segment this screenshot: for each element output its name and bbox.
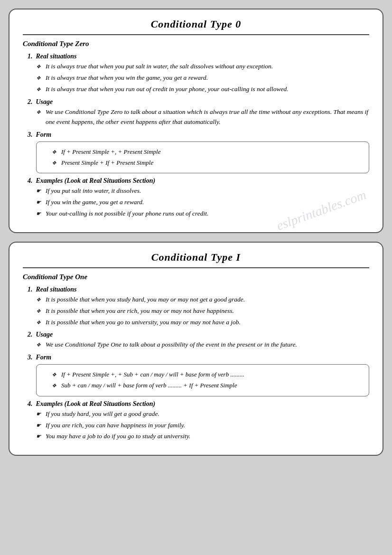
arrow-item: Your out-calling is not possible if your… [36,209,369,219]
form-item: Sub + can / may / will + base form of ve… [52,381,362,390]
arrow-list-0: If you put salt into water, it dissolves… [28,186,369,219]
card-type-0: Conditional Type 0 Conditional Type Zero… [9,9,383,233]
form-box-0: If + Present Simple +, + Present Simple … [36,141,369,173]
arrow-item: If you put salt into water, it dissolves… [36,186,369,196]
list-item-1-1: 1. Real situations It is possible that w… [28,285,369,328]
card-type-1: Conditional Type I Conditional Type One … [9,242,383,456]
num-label-1-3: 3. Form [28,354,51,361]
list-item-0-1: 1. Real situations It is always true tha… [28,52,369,94]
card-0-list: 1. Real situations It is always true tha… [23,52,369,219]
card-1-section-title: Conditional Type One [23,273,369,281]
form-item: If + Present Simple +, + Sub + can / may… [52,370,362,379]
list-item-0-4: 4. Examples (Look at Real Situations Sec… [28,176,369,219]
num-label-1-1: 1. Real situations [28,286,76,293]
form-item: If + Present Simple +, + Present Simple [52,147,362,157]
bullet-item: It is always true that when you win the … [36,73,369,83]
list-item-0-3: 3. Form If + Present Simple +, + Present… [28,130,369,173]
bullet-list-1-2: We use Conditional Type One to talk abou… [28,340,369,350]
bullet-item: We use Conditional Type Zero to talk abo… [36,107,369,127]
card-1-title: Conditional Type I [23,251,369,268]
bullet-list-0-1: It is always true that when you put salt… [28,62,369,94]
num-label-0-1: 1. Real situations [28,53,76,60]
list-item-0-2: 2. Usage We use Conditional Type Zero to… [28,97,369,127]
bullet-item: It is possible that when you study hard,… [36,295,369,305]
num-label-1-4: 4. Examples (Look at Real Situations Sec… [28,400,155,407]
list-item-1-2: 2. Usage We use Conditional Type One to … [28,330,369,350]
list-item-1-3: 3. Form If + Present Simple +, + Sub + c… [28,353,369,396]
bullet-item: It is possible that when you are rich, y… [36,306,369,316]
card-0-title: Conditional Type 0 [23,18,369,35]
bullet-list-1-1: It is possible that when you study hard,… [28,295,369,328]
arrow-item: If you are rich, you can have happiness … [36,421,369,431]
arrow-item: If you win the game, you get a reward. [36,198,369,207]
form-box-1: If + Present Simple +, + Sub + can / may… [36,364,369,396]
form-list-0: If + Present Simple +, + Present Simple … [43,147,362,168]
bullet-item: It is always true that when you run out … [36,85,369,94]
card-1-list: 1. Real situations It is possible that w… [23,285,369,442]
form-item: Present Simple + If + Present Simple [52,158,362,168]
arrow-list-1: If you study hard, you will get a good g… [28,409,369,442]
bullet-list-0-2: We use Conditional Type Zero to talk abo… [28,107,369,127]
bullet-item: We use Conditional Type One to talk abou… [36,340,369,350]
num-label-0-2: 2. Usage [28,98,53,105]
num-label-0-3: 3. Form [28,131,51,138]
arrow-item: If you study hard, you will get a good g… [36,409,369,419]
form-list-1: If + Present Simple +, + Sub + can / may… [43,370,362,390]
num-label-1-2: 2. Usage [28,331,53,338]
bullet-item: It is always true that when you put salt… [36,62,369,72]
bullet-item: It is possible that when you go to unive… [36,318,369,328]
card-0-section-title: Conditional Type Zero [23,40,369,48]
num-label-0-4: 4. Examples (Look at Real Situations Sec… [28,177,155,184]
arrow-item: You may have a job to do if you go to st… [36,432,369,442]
list-item-1-4: 4. Examples (Look at Real Situations Sec… [28,399,369,442]
